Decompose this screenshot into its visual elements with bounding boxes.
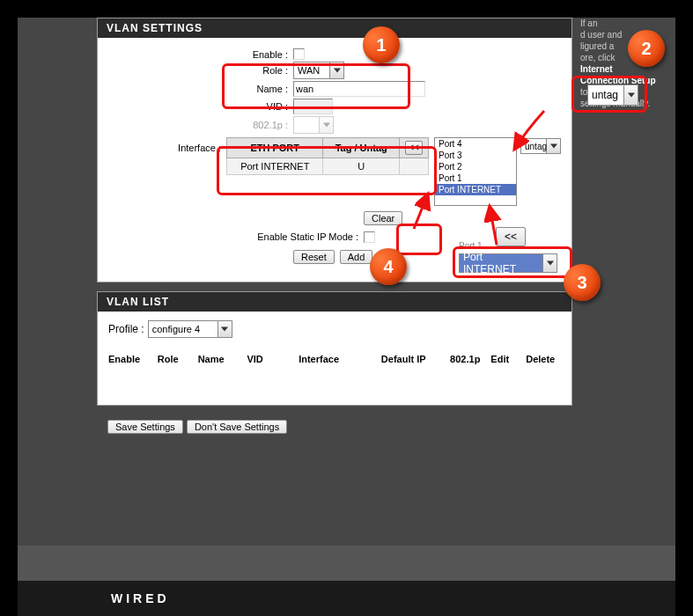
p8021-select[interactable] — [293, 116, 334, 134]
name-label: Name : — [108, 84, 293, 94]
list-item[interactable]: Port 4 — [435, 138, 516, 150]
interface-label: Interface : — [108, 137, 226, 153]
chevron-down-icon[interactable] — [330, 62, 344, 79]
reset-button[interactable]: Reset — [293, 250, 335, 264]
vid-label: VID : — [108, 101, 293, 112]
port-internet-popup[interactable]: Port 1 Port INTERNET — [459, 253, 557, 273]
vlan-list-columns: Enable Role Name VID Interface Default I… — [108, 348, 561, 370]
profile-select[interactable]: configure 4 — [148, 320, 232, 338]
taguntag-select-small[interactable]: untag — [520, 138, 561, 154]
save-settings-button[interactable]: Save Settings — [107, 420, 183, 434]
enable-static-checkbox[interactable] — [364, 231, 375, 243]
role-value: WAN — [293, 62, 330, 79]
role-select[interactable]: WAN — [293, 62, 344, 79]
name-input[interactable] — [293, 81, 425, 97]
chevron-down-icon[interactable] — [624, 84, 638, 106]
remove-port-button[interactable]: << — [405, 141, 423, 155]
vlan-list-header: VLAN LIST — [98, 292, 571, 312]
vlan-settings-panel: VLAN SETTINGS Enable : Role : WAN Name : — [97, 18, 572, 282]
chevron-down-icon[interactable] — [543, 253, 557, 273]
dont-save-settings-button[interactable]: Don't Save Settings — [187, 420, 287, 434]
add-port-button[interactable]: << — [496, 227, 526, 246]
available-ports-listbox[interactable]: Port 4 Port 3 Port 2 Port 1 Port INTERNE… — [434, 137, 517, 206]
chevron-down-icon[interactable] — [547, 138, 561, 154]
interface-table: ETH PORT Tag / Untag << Port INTERNET U — [226, 137, 429, 175]
p8021-label: 802.1p : — [108, 120, 293, 130]
list-item[interactable]: Port 2 — [435, 161, 516, 172]
vlan-settings-header: VLAN SETTINGS — [98, 18, 571, 38]
add-button[interactable]: Add — [340, 250, 373, 264]
chevron-down-icon[interactable] — [218, 320, 232, 338]
chevron-down-icon[interactable] — [320, 116, 334, 134]
table-row: Port INTERNET U — [227, 158, 429, 175]
enable-static-label: Enable Static IP Mode : — [108, 231, 364, 242]
vid-input[interactable] — [293, 99, 333, 114]
save-button-row: Save Settings Don't Save Settings — [97, 414, 675, 443]
footer-title: WIRED — [18, 581, 675, 616]
col-taguntag: Tag / Untag — [323, 138, 400, 158]
profile-label: Profile : — [108, 323, 144, 335]
vlan-list-panel: VLAN LIST Profile : configure 4 Enable R… — [97, 291, 572, 406]
taguntag-select-popup[interactable]: untag — [587, 84, 638, 106]
list-item-selected[interactable]: Port INTERNET — [435, 184, 516, 195]
role-label: Role : — [108, 65, 293, 76]
clear-button[interactable]: Clear — [364, 211, 402, 225]
list-item[interactable]: Port 3 — [435, 150, 516, 161]
enable-label: Enable : — [108, 49, 293, 60]
enable-checkbox[interactable] — [293, 48, 305, 60]
col-ethport: ETH PORT — [227, 138, 323, 158]
list-item[interactable]: Port 1 — [435, 172, 516, 184]
